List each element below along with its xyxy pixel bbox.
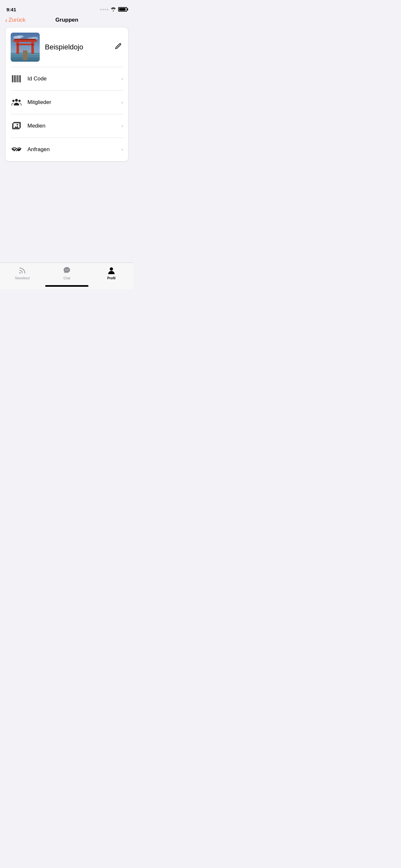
svg-point-2 bbox=[17, 35, 24, 38]
medien-chevron: › bbox=[121, 123, 123, 129]
back-button[interactable]: ‹ Zurück bbox=[5, 17, 26, 23]
svg-rect-10 bbox=[31, 42, 34, 54]
wifi-icon bbox=[111, 7, 116, 11]
menu-item-medien[interactable]: Medien › bbox=[5, 114, 128, 137]
media-icon bbox=[11, 120, 22, 132]
svg-rect-8 bbox=[23, 51, 27, 60]
edit-icon[interactable] bbox=[113, 42, 123, 53]
mitglieder-label: Mitglieder bbox=[27, 99, 116, 105]
svg-point-27 bbox=[19, 100, 21, 102]
svg-rect-22 bbox=[18, 75, 19, 82]
members-icon bbox=[11, 97, 22, 108]
anfragen-chevron: › bbox=[121, 147, 123, 152]
svg-rect-11 bbox=[14, 40, 36, 42]
svg-point-26 bbox=[12, 100, 14, 102]
id-code-chevron: › bbox=[121, 76, 123, 82]
back-chevron-icon: ‹ bbox=[5, 17, 7, 23]
barcode-icon bbox=[11, 73, 22, 85]
newsfeed-tab-label: Newsfeed bbox=[15, 276, 29, 280]
newsfeed-icon bbox=[18, 266, 27, 275]
nav-title: Gruppen bbox=[56, 17, 79, 23]
svg-point-25 bbox=[15, 99, 18, 101]
svg-rect-19 bbox=[13, 75, 14, 82]
tab-chat[interactable]: Chat bbox=[44, 266, 89, 280]
group-name: Beispieldojo bbox=[45, 43, 108, 51]
main-content: Beispieldojo Id bbox=[0, 27, 134, 161]
mitglieder-chevron: › bbox=[121, 99, 123, 105]
svg-rect-12 bbox=[13, 40, 16, 42]
requests-icon bbox=[11, 144, 22, 155]
menu-item-anfragen[interactable]: Anfragen › bbox=[5, 138, 128, 161]
home-indicator bbox=[45, 285, 89, 287]
svg-point-32 bbox=[19, 272, 21, 274]
back-label: Zurück bbox=[9, 17, 26, 23]
svg-rect-23 bbox=[19, 75, 19, 82]
status-time: 9:41 bbox=[6, 7, 16, 12]
svg-point-36 bbox=[110, 268, 113, 271]
tab-newsfeed[interactable]: Newsfeed bbox=[0, 266, 44, 280]
signal-dots bbox=[100, 9, 109, 10]
menu-item-mitglieder[interactable]: Mitglieder › bbox=[5, 91, 128, 114]
svg-rect-17 bbox=[32, 44, 33, 46]
svg-point-35 bbox=[68, 270, 68, 270]
status-bar: 9:41 bbox=[0, 0, 134, 14]
svg-rect-9 bbox=[17, 42, 19, 54]
svg-rect-24 bbox=[20, 75, 21, 82]
anfragen-label: Anfragen bbox=[27, 146, 116, 153]
svg-point-31 bbox=[17, 124, 18, 126]
medien-label: Medien bbox=[27, 123, 116, 129]
tab-profil[interactable]: Profil bbox=[89, 266, 134, 280]
svg-rect-21 bbox=[16, 75, 17, 82]
group-image bbox=[11, 33, 40, 62]
svg-point-34 bbox=[66, 270, 67, 270]
nav-bar: ‹ Zurück Gruppen bbox=[0, 14, 134, 27]
svg-rect-20 bbox=[14, 75, 16, 82]
chat-icon bbox=[62, 266, 71, 275]
svg-point-33 bbox=[65, 270, 66, 270]
tab-bar: Newsfeed Chat Profil bbox=[0, 262, 134, 289]
id-code-label: Id Code bbox=[27, 75, 116, 82]
profil-icon bbox=[107, 266, 116, 275]
menu-item-id-code[interactable]: Id Code › bbox=[5, 67, 128, 90]
svg-rect-13 bbox=[35, 40, 37, 42]
status-icons bbox=[100, 7, 127, 11]
battery-icon bbox=[118, 7, 127, 11]
group-card: Beispieldojo Id bbox=[5, 27, 128, 161]
svg-rect-15 bbox=[14, 39, 36, 40]
svg-rect-18 bbox=[12, 75, 13, 82]
chat-tab-label: Chat bbox=[63, 276, 70, 280]
svg-rect-16 bbox=[18, 44, 19, 46]
group-header: Beispieldojo bbox=[5, 27, 128, 67]
profil-tab-label: Profil bbox=[107, 276, 116, 280]
